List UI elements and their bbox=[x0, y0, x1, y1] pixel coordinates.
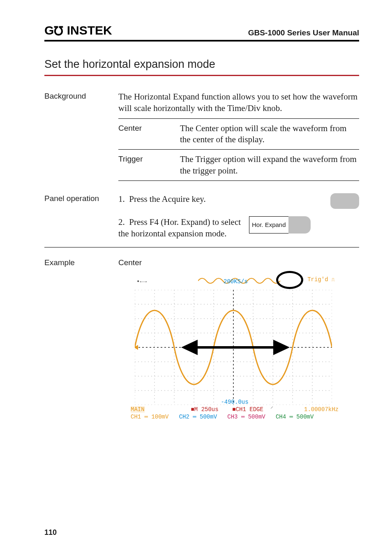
row-key: Center bbox=[118, 123, 180, 146]
step-text: Press F4 (Hor. Expand) to select the hor… bbox=[118, 217, 241, 238]
example-subhead: Center bbox=[118, 257, 359, 268]
panel-label: Panel operation bbox=[44, 193, 118, 203]
section-title: Set the horizontal expansion mode bbox=[44, 58, 359, 76]
table-row: Center The Center option will scale the … bbox=[118, 119, 359, 150]
background-table: Center The Center option will scale the … bbox=[118, 118, 359, 181]
acquire-key-icon bbox=[330, 193, 359, 209]
softkey-button-icon bbox=[288, 216, 311, 234]
scope-grid: 1 bbox=[135, 290, 332, 405]
softkey-f4: Hor. Expand bbox=[249, 216, 311, 234]
readout-ch4: CH4 ═ 500mV bbox=[276, 414, 314, 420]
row-value: The Trigger option will expand the wavef… bbox=[180, 154, 359, 176]
page-header: G℧ INSTEK GBS-1000 Series User Manual bbox=[44, 23, 359, 42]
scope-topbar: •←→ 200KS/s Trig'd ⎍ bbox=[136, 276, 336, 287]
softkey-label: Hor. Expand bbox=[249, 216, 288, 234]
svg-marker-21 bbox=[184, 342, 196, 353]
readout-ch2: CH2 ═ 500mV bbox=[179, 414, 217, 420]
highlight-circle-icon bbox=[276, 271, 303, 289]
brand-logo: G℧ INSTEK bbox=[44, 23, 112, 37]
trigger-status: Trig'd ⎍ bbox=[307, 276, 334, 284]
step-2: 2. Press F4 (Hor. Expand) to select the … bbox=[118, 216, 359, 240]
sample-rate: 200KS/s bbox=[224, 278, 248, 286]
panel-operation-block: Panel operation 1. Press the Acquire key… bbox=[44, 193, 359, 247]
background-intro: The Horizontal Expand function allows yo… bbox=[118, 91, 359, 114]
left-arrow-icon: •←→ bbox=[136, 278, 147, 286]
example-label: Example bbox=[44, 257, 118, 267]
readout-main: MAIN bbox=[131, 406, 145, 413]
scope-readout: -490.0us MAIN ■M 250us ■CH1 EDGE ⸍ 1.000… bbox=[131, 398, 339, 421]
cursor-time: -490.0us bbox=[221, 399, 248, 405]
step-number: 1. bbox=[118, 194, 125, 204]
doc-title: GBS-1000 Series User Manual bbox=[248, 28, 359, 37]
readout-freq: 1.00007kHz bbox=[304, 406, 339, 413]
row-key: Trigger bbox=[118, 154, 180, 176]
readout-ch1: CH1 ═ 100mV bbox=[131, 414, 168, 420]
oscilloscope-screenshot: •←→ 200KS/s Trig'd ⎍ bbox=[127, 273, 340, 421]
svg-marker-22 bbox=[274, 342, 287, 353]
step-number: 2. bbox=[118, 217, 125, 227]
background-block: Background The Horizontal Expand functio… bbox=[44, 91, 359, 181]
table-row: Trigger The Trigger option will expand t… bbox=[118, 150, 359, 181]
readout-trigger-src: ■CH1 EDGE bbox=[232, 406, 263, 413]
step-1: 1. Press the Acquire key. bbox=[118, 193, 359, 209]
step-text: Press the Acquire key. bbox=[129, 194, 205, 204]
readout-ch3: CH3 ═ 500mV bbox=[227, 414, 265, 420]
background-label: Background bbox=[44, 91, 118, 101]
page-number: 110 bbox=[44, 528, 57, 537]
readout-timebase: ■M 250us bbox=[191, 406, 218, 413]
example-block: Example Center •←→ 200KS/s Trig'd ⎍ bbox=[44, 257, 359, 422]
row-value: The Center option will scale the wavefor… bbox=[180, 123, 359, 146]
